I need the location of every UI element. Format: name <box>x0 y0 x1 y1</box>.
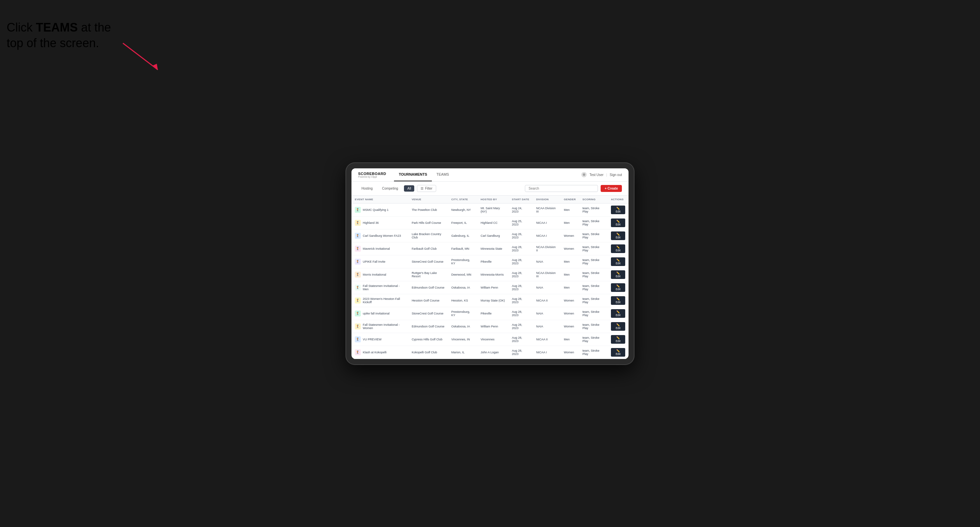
cell-gender: Women <box>560 229 579 242</box>
col-scoring: SCORING <box>579 195 608 203</box>
cell-actions: ✏️ Edit <box>608 268 628 281</box>
cell-actions: ✏️ Edit <box>608 216 628 229</box>
nav-teams[interactable]: TEAMS <box>432 168 454 181</box>
cell-start-date: Aug 28, 2023 <box>509 242 533 255</box>
edit-button[interactable]: ✏️ Edit <box>611 296 625 305</box>
event-icon: 🏌️ <box>355 246 361 252</box>
filter-button[interactable]: ☰ Filter <box>417 185 436 192</box>
event-name-text: upike fall invitational <box>363 312 390 315</box>
event-icon: 🏌️ <box>355 271 361 278</box>
cell-gender: Women <box>560 346 579 359</box>
cell-scoring: team, Stroke Play <box>579 333 608 346</box>
cell-scoring: team, Stroke Play <box>579 255 608 268</box>
filter-competing[interactable]: Competing <box>379 185 401 192</box>
cell-event-name: 🏌️ VU PREVIEW <box>352 333 408 346</box>
table-row: 🏌️ Maverick Invitational Faribault Golf … <box>352 242 628 255</box>
search-input[interactable] <box>525 185 598 192</box>
table-row: 🏌️ Fall Statesmen Invitational - Women E… <box>352 320 628 333</box>
cell-start-date: Aug 26, 2023 <box>509 229 533 242</box>
edit-button[interactable]: ✏️ Edit <box>611 219 625 227</box>
cell-city-state: Galesburg, IL <box>448 229 477 242</box>
settings-icon[interactable]: ⚙ <box>581 172 587 177</box>
filter-label: Filter <box>425 187 432 190</box>
cell-event-name: 🏌️ Morris Invitational <box>352 268 408 281</box>
cell-hosted-by: Minnesota State <box>477 242 509 255</box>
top-nav: SCOREBOARD Powered by Clippt TOURNAMENTS… <box>352 168 628 182</box>
signout-link[interactable]: Sign out <box>609 173 622 177</box>
filter-hosting[interactable]: Hosting <box>358 185 376 192</box>
cell-actions: ✏️ Edit <box>608 346 628 359</box>
cell-actions: ✏️ Edit <box>608 203 628 216</box>
cell-division: NICAA I <box>533 346 560 359</box>
event-icon: 🏌️ <box>355 220 361 226</box>
app-logo-sub: Powered by Clippt <box>358 176 386 178</box>
cell-event-name: 🏌️ Carl Sandburg Women FA23 <box>352 229 408 242</box>
cell-hosted-by: John A Logan <box>477 346 509 359</box>
svg-marker-1 <box>152 64 158 70</box>
cell-division: NCAA Division III <box>533 268 560 281</box>
cell-event-name: 🏌️ Maverick Invitational <box>352 242 408 255</box>
event-icon: 🏌️ <box>355 259 361 265</box>
cell-event-name: 🏌️ Klash at Kokopelli <box>352 346 408 359</box>
edit-button[interactable]: ✏️ Edit <box>611 270 625 279</box>
app-logo: SCOREBOARD <box>358 172 386 176</box>
cell-venue: Kokopelli Golf Club <box>408 346 448 359</box>
cell-actions: ✏️ Edit <box>608 281 628 294</box>
cell-hosted-by: William Penn <box>477 320 509 333</box>
edit-button[interactable]: ✏️ Edit <box>611 348 625 357</box>
filter-icon: ☰ <box>420 187 423 190</box>
cell-scoring: team, Stroke Play <box>579 294 608 307</box>
filter-all[interactable]: All <box>404 185 414 192</box>
cell-venue: Edmundson Golf Course <box>408 281 448 294</box>
cell-event-name: 🏌️ Fall Statesmen Invitational - Men <box>352 281 408 294</box>
edit-button[interactable]: ✏️ Edit <box>611 335 625 344</box>
event-name-text: VU PREVIEW <box>363 338 382 341</box>
create-button[interactable]: + Create <box>601 185 622 192</box>
cell-start-date: Aug 25, 2023 <box>509 216 533 229</box>
edit-button[interactable]: ✏️ Edit <box>611 309 625 318</box>
cell-city-state: Freeport, IL <box>448 216 477 229</box>
cell-gender: Men <box>560 255 579 268</box>
edit-button[interactable]: ✏️ Edit <box>611 244 625 253</box>
cell-city-state: Newburgh, NY <box>448 203 477 216</box>
edit-button[interactable]: ✏️ Edit <box>611 322 625 331</box>
cell-scoring: team, Stroke Play <box>579 346 608 359</box>
cell-actions: ✏️ Edit <box>608 320 628 333</box>
cell-division: NAIA <box>533 281 560 294</box>
nav-tournaments[interactable]: TOURNAMENTS <box>394 168 431 181</box>
event-name-text: 2023 Women's Hesston Fall Kickoff <box>363 297 405 304</box>
nav-right: ⚙ Test User | Sign out <box>581 172 622 177</box>
cell-event-name: 🏌️ Highland 36 <box>352 216 408 229</box>
edit-button[interactable]: ✏️ Edit <box>611 206 625 214</box>
cell-venue: The Powelton Club <box>408 203 448 216</box>
cell-scoring: team, Stroke Play <box>579 216 608 229</box>
cell-start-date: Aug 28, 2023 <box>509 346 533 359</box>
cell-city-state: Deerwood, MN <box>448 268 477 281</box>
cell-division: NAIA <box>533 307 560 320</box>
event-name-text: UPIKE Fall Invite <box>363 260 385 264</box>
event-icon: 🏌️ <box>355 284 361 290</box>
edit-button[interactable]: ✏️ Edit <box>611 257 625 266</box>
col-venue: VENUE <box>408 195 448 203</box>
table-header-row: EVENT NAME VENUE CITY, STATE HOSTED BY S… <box>352 195 628 203</box>
cell-division: NAIA <box>533 320 560 333</box>
cell-city-state: Prestonsburg, KY <box>448 307 477 320</box>
edit-button[interactable]: ✏️ Edit <box>611 232 625 240</box>
user-name: Test User <box>589 173 603 177</box>
edit-button[interactable]: ✏️ Edit <box>611 283 625 292</box>
cell-scoring: team, Stroke Play <box>579 307 608 320</box>
cell-start-date: Aug 28, 2023 <box>509 255 533 268</box>
cell-city-state: Marion, IL <box>448 346 477 359</box>
cell-start-date: Aug 28, 2023 <box>509 333 533 346</box>
cell-gender: Men <box>560 281 579 294</box>
tablet-device: SCOREBOARD Powered by Clippt TOURNAMENTS… <box>345 162 635 365</box>
cell-scoring: team, Stroke Play <box>579 203 608 216</box>
cell-start-date: Aug 28, 2023 <box>509 281 533 294</box>
cell-actions: ✏️ Edit <box>608 307 628 320</box>
event-icon: 🏌️ <box>355 233 361 239</box>
tablet-screen: SCOREBOARD Powered by Clippt TOURNAMENTS… <box>352 168 628 359</box>
cell-division: NAIA <box>533 255 560 268</box>
col-gender: GENDER <box>560 195 579 203</box>
col-start-date: START DATE <box>509 195 533 203</box>
cell-start-date: Aug 28, 2023 <box>509 307 533 320</box>
